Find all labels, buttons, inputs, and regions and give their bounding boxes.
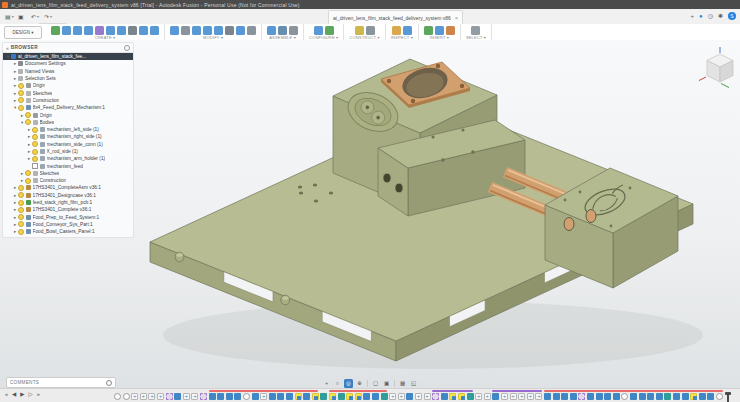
play-icon[interactable]: ▶ — [20, 392, 24, 398]
timeline-feature-icon[interactable] — [123, 393, 130, 400]
tree-row[interactable]: ▸X_rod_side (1) — [3, 148, 133, 155]
cad-model[interactable] — [133, 40, 740, 378]
visibility-bulb-icon[interactable] — [18, 221, 24, 227]
tree-row[interactable]: ▸Named Views — [3, 68, 133, 75]
timeline-feature-icon[interactable]: + — [131, 393, 138, 400]
toolbar-tool-icon[interactable] — [225, 26, 234, 35]
timeline-feature-icon[interactable] — [338, 393, 345, 400]
timeline-feature-icon[interactable] — [578, 393, 585, 400]
comments-add-icon[interactable] — [106, 380, 112, 386]
timeline-feature-icon[interactable] — [114, 393, 121, 400]
visibility-bulb-icon[interactable] — [25, 112, 31, 118]
timeline-feature-icon[interactable] — [621, 393, 628, 400]
toolbar-tool-icon[interactable] — [181, 26, 190, 35]
timeline-feature-icon[interactable] — [458, 393, 465, 400]
timeline-feature-icon[interactable] — [355, 393, 362, 400]
toolbar-tool-icon[interactable] — [314, 26, 323, 35]
orbit-icon[interactable]: ○ — [333, 379, 342, 388]
visibility-bulb-icon[interactable] — [25, 119, 31, 125]
tree-row[interactable]: ▸17HS3401_Complete v36:1 — [3, 206, 133, 213]
timeline-feature-icon[interactable]: + — [157, 393, 164, 400]
workspace-selector[interactable]: DESIGN ▾ — [4, 26, 42, 39]
fit-icon[interactable]: ▢ — [371, 379, 380, 388]
timeline-feature-icon[interactable]: + — [518, 393, 525, 400]
timeline-feature-icon[interactable] — [613, 393, 620, 400]
timeline-feature-icon[interactable] — [174, 393, 181, 400]
toolbar-tool-icon[interactable] — [403, 26, 412, 35]
timeline-feature-icon[interactable] — [295, 393, 302, 400]
toolbar-tool-icon[interactable] — [278, 26, 287, 35]
timeline-position-marker[interactable] — [727, 392, 729, 402]
visibility-bulb-icon[interactable] — [18, 105, 24, 111]
toolbar-tool-icon[interactable] — [435, 26, 444, 35]
timeline-feature-icon[interactable] — [312, 393, 319, 400]
timeline-feature-icon[interactable] — [200, 393, 207, 400]
timeline-feature-icon[interactable]: + — [535, 393, 542, 400]
timeline-feature-icon[interactable] — [561, 393, 568, 400]
tree-row[interactable]: ▾ai_driven_lens_film_stack_fee... — [3, 53, 133, 60]
toolbar-tool-icon[interactable] — [267, 26, 276, 35]
tree-row[interactable]: ▸17HS3401_Designcase v36:1 — [3, 192, 133, 199]
tree-row[interactable]: ▾Bodies — [3, 119, 133, 126]
document-tab-close-icon[interactable]: × — [455, 15, 459, 21]
tree-row[interactable]: ▸Origin — [3, 111, 133, 118]
timeline-feature-icon[interactable] — [630, 393, 637, 400]
notifications-icon[interactable]: ✱ — [718, 13, 723, 19]
timeline-feature-icon[interactable]: + — [191, 393, 198, 400]
timeline-feature-icon[interactable] — [209, 393, 216, 400]
timeline-feature-icon[interactable] — [441, 393, 448, 400]
timeline-feature-icon[interactable]: + — [183, 393, 190, 400]
timeline-feature-icon[interactable] — [673, 393, 680, 400]
pan-icon[interactable]: + — [322, 379, 331, 388]
toolbar-tool-icon[interactable] — [366, 26, 375, 35]
view-cube[interactable] — [696, 44, 740, 96]
timeline-feature-icon[interactable] — [363, 393, 370, 400]
timeline-feature-icon[interactable] — [406, 393, 413, 400]
tree-row[interactable]: ▸Construction — [3, 177, 133, 184]
tree-row[interactable]: ▸17HS3401_CompleteAsm v36:1 — [3, 184, 133, 191]
extensions-icon[interactable]: + — [691, 13, 695, 19]
timeline-feature-icon[interactable] — [682, 393, 689, 400]
timeline-feature-icon[interactable] — [647, 393, 654, 400]
toolbar-tool-icon[interactable] — [236, 26, 245, 35]
redo-icon[interactable]: ↷▾ — [42, 11, 54, 21]
timeline-feature-icon[interactable] — [570, 393, 577, 400]
toolbar-tool-icon[interactable] — [150, 26, 159, 35]
browser-collapse-icon[interactable]: « — [6, 45, 9, 51]
toolbar-tool-icon[interactable] — [203, 26, 212, 35]
tree-row[interactable]: ▸Food_Bowl_Casters_Panel:1 — [3, 228, 133, 235]
visibility-bulb-icon[interactable] — [25, 178, 31, 184]
timeline-feature-icon[interactable] — [664, 393, 671, 400]
toolbar-tool-icon[interactable] — [84, 26, 93, 35]
tree-row[interactable]: mechanism_feed — [3, 162, 133, 169]
browser-options-icon[interactable] — [124, 45, 130, 51]
timeline-feature-icon[interactable]: + — [424, 393, 431, 400]
timeline-feature-icon[interactable] — [372, 393, 379, 400]
timeline-feature-icon[interactable] — [656, 393, 663, 400]
visibility-bulb-icon[interactable] — [18, 83, 24, 89]
timeline-feature-icon[interactable]: + — [501, 393, 508, 400]
timeline-feature-icon[interactable] — [277, 393, 284, 400]
toolbar-tool-icon[interactable] — [95, 26, 104, 35]
visibility-bulb-icon[interactable] — [18, 192, 24, 198]
visibility-checkbox[interactable] — [32, 163, 38, 169]
timeline-feature-icon[interactable] — [166, 393, 173, 400]
display-settings-icon[interactable]: ▣ — [382, 379, 391, 388]
timeline-feature-icon[interactable] — [544, 393, 551, 400]
browser-header[interactable]: « BROWSER — [3, 43, 133, 53]
tree-row[interactable]: ▸Sketches — [3, 89, 133, 96]
tree-row[interactable]: ▸mechanism_left_side (1) — [3, 126, 133, 133]
visibility-bulb-icon[interactable] — [32, 141, 38, 147]
toolbar-tool-icon[interactable] — [355, 26, 364, 35]
timeline-feature-icon[interactable] — [492, 393, 499, 400]
timeline-feature-icon[interactable] — [449, 393, 456, 400]
toolbar-tool-icon[interactable] — [62, 26, 71, 35]
toolbar-tool-icon[interactable] — [214, 26, 223, 35]
tree-row[interactable]: ▸feed_stack_right_film_pcb:1 — [3, 199, 133, 206]
toolbar-tool-icon[interactable] — [247, 26, 256, 35]
tree-row[interactable]: ▾8x4_Feed_Delivery_Mechanism:1 — [3, 104, 133, 111]
step-forward-icon[interactable]: ▷ — [29, 392, 33, 398]
toolbar-tool-icon[interactable] — [117, 26, 126, 35]
toolbar-tool-icon[interactable] — [289, 26, 298, 35]
toolbar-tool-icon[interactable] — [325, 26, 334, 35]
